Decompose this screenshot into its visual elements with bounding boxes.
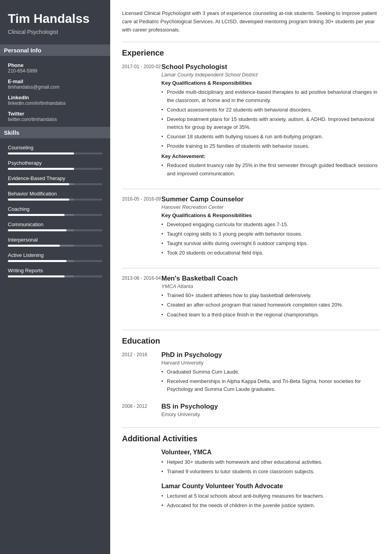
- skill-bar: [8, 152, 102, 154]
- activity-bullets: Lectured at 5 local schools about anti-b…: [161, 492, 380, 509]
- skill-name: Psychotherapy: [8, 160, 102, 166]
- job-achievement-label: Key Achievement:: [161, 153, 380, 159]
- skill-bar: [8, 199, 102, 201]
- linkedin-label: LinkedIn: [8, 95, 102, 100]
- activity-bullets: Helped 30+ students with homework and ot…: [161, 458, 380, 476]
- job-dates: 2013-06 - 2016-04: [122, 275, 161, 320]
- list-item: Received memberships in Alpha Kappa Delt…: [161, 377, 380, 393]
- activity-entry: Lamar County Volunteer Youth Advocate Le…: [122, 483, 380, 509]
- list-item: Developed engaging curricula for student…: [161, 221, 380, 229]
- job-title: Men's Basketball Coach: [161, 275, 380, 283]
- job-company: Hanover Recreation Center: [161, 204, 380, 210]
- job-details: Summer Camp Counselor Hanover Recreation…: [161, 195, 380, 259]
- list-item: Trained 9 volunteers to tutor students i…: [161, 468, 380, 476]
- list-item: Reduced student truancy rate by 25% in t…: [161, 162, 380, 177]
- twitter-contact: Twitter twitter.com/timhandalss: [8, 111, 102, 122]
- education-list: 2012 - 2016 PhD in Psychology Harvard Un…: [122, 351, 380, 420]
- email-label: E-mail: [8, 78, 102, 84]
- list-item: Counsel 18 students with bullying issues…: [161, 133, 380, 141]
- skill-name: Coaching: [8, 206, 102, 212]
- list-item: Trained 60+ student athletes how to play…: [161, 292, 380, 299]
- linkedin-value: linkedin.com/in/timhandalss: [8, 100, 102, 106]
- jobs-list: 2017-01 - 2020-02 School Psychologist La…: [122, 63, 380, 320]
- skill-bar: [8, 183, 102, 185]
- candidate-name: Tim Handalss: [8, 12, 102, 26]
- list-item: Took 20 students on educational field tr…: [161, 249, 380, 257]
- list-item: Lectured at 5 local schools about anti-b…: [161, 492, 380, 500]
- phone-value: 210-654-5999: [8, 68, 102, 74]
- list-item: Provide training to 25 families of stude…: [161, 142, 380, 150]
- list-item: Created an after-school program that rai…: [161, 301, 380, 309]
- job-bullets: Developed engaging curricula for student…: [161, 221, 380, 257]
- phone-contact: Phone 210-654-5999: [8, 62, 102, 74]
- list-item: Coached team to a third-place finish in …: [161, 311, 380, 319]
- skill-item: Interpersonal: [8, 237, 102, 247]
- email-contact: E-mail timhandalss@gmail.com: [8, 78, 102, 90]
- list-item: Advocated for the needs of children in t…: [161, 502, 380, 509]
- skill-name: Communication: [8, 221, 102, 227]
- job-company: Lamar County Independent School District: [161, 72, 380, 78]
- job-kqr-label: Key Qualifications & Responsibilities: [161, 80, 380, 86]
- list-item: Develop treatment plans for 15 students …: [161, 115, 380, 131]
- email-value: timhandalss@gmail.com: [8, 84, 102, 90]
- skill-bar: [8, 214, 102, 216]
- job-dates: 2017-01 - 2020-02: [122, 63, 161, 179]
- activity-title: Volunteer, YMCA: [161, 449, 380, 456]
- edu-dates: 2008 - 2012: [122, 403, 161, 420]
- edu-entry: 2008 - 2012 BS in Psychology Emory Unive…: [122, 403, 380, 420]
- job-details: School Psychologist Lamar County Indepen…: [161, 63, 380, 179]
- personal-info-heading: Personal Info: [0, 45, 110, 56]
- job-title: School Psychologist: [161, 63, 380, 71]
- skill-name: Writing Reports: [8, 268, 102, 273]
- edu-school: Emory University: [161, 411, 380, 417]
- summary-text: Licensed Clinical Psychologist with 3 ye…: [122, 9, 380, 34]
- skill-item: Coaching: [8, 206, 102, 216]
- edu-dates: 2012 - 2016: [122, 351, 161, 395]
- edu-bullets: Graduated Summa Cum Laude.Received membe…: [161, 368, 380, 393]
- skill-bar: [8, 245, 102, 247]
- skill-name: Interpersonal: [8, 237, 102, 243]
- skills-list: Counseling Psychotherapy Evidence-Based …: [8, 145, 102, 277]
- job-details: Men's Basketball Coach YMCA Atlanta Trai…: [161, 275, 380, 320]
- edu-details: BS in Psychology Emory University: [161, 403, 380, 420]
- skill-item: Writing Reports: [8, 268, 102, 277]
- skill-name: Behavior Modification: [8, 191, 102, 197]
- experience-heading: Experience: [122, 48, 380, 58]
- list-item: Helped 30+ students with homework and ot…: [161, 458, 380, 466]
- twitter-value: twitter.com/timhandalss: [8, 117, 102, 122]
- skill-item: Psychotherapy: [8, 160, 102, 170]
- list-item: Provide multi-disciplinary and evidence-…: [161, 88, 380, 104]
- phone-label: Phone: [8, 62, 102, 68]
- skill-bar: [8, 275, 102, 277]
- skill-bar: [8, 260, 102, 262]
- edu-school: Harvard University: [161, 360, 380, 366]
- skill-item: Counseling: [8, 145, 102, 154]
- skill-bar: [8, 229, 102, 231]
- education-heading: Education: [122, 336, 380, 346]
- list-item: Taught coping skills to 3 young people w…: [161, 230, 380, 238]
- list-item: Taught survival skills during overnight …: [161, 240, 380, 247]
- edu-entry: 2012 - 2016 PhD in Psychology Harvard Un…: [122, 351, 380, 395]
- skill-name: Evidence-Based Therapy: [8, 175, 102, 181]
- activity-entry: Volunteer, YMCA Helped 30+ students with…: [122, 449, 380, 476]
- skill-item: Evidence-Based Therapy: [8, 175, 102, 185]
- skills-heading: Skills: [0, 127, 110, 138]
- skill-name: Active Listening: [8, 252, 102, 258]
- job-entry: 2016-05 - 2016-09 Summer Camp Counselor …: [122, 195, 380, 259]
- edu-degree: PhD in Psychology: [161, 351, 380, 359]
- activity-title: Lamar County Volunteer Youth Advocate: [161, 483, 380, 490]
- job-kqr-label: Key Qualifications & Responsibilities: [161, 212, 380, 218]
- linkedin-contact: LinkedIn linkedin.com/in/timhandalss: [8, 95, 102, 106]
- sidebar: Tim Handalss Clinical Psychologist Perso…: [0, 0, 110, 554]
- job-dates: 2016-05 - 2016-09: [122, 195, 161, 259]
- skill-item: Active Listening: [8, 252, 102, 262]
- list-item: Conduct assessments for 22 students with…: [161, 106, 380, 114]
- job-title: Summer Camp Counselor: [161, 195, 380, 203]
- skill-bar: [8, 168, 102, 170]
- list-item: Graduated Summa Cum Laude.: [161, 368, 380, 376]
- edu-details: PhD in Psychology Harvard University Gra…: [161, 351, 380, 395]
- job-entry: 2017-01 - 2020-02 School Psychologist La…: [122, 63, 380, 179]
- job-company: YMCA Atlanta: [161, 283, 380, 289]
- job-bullets: Provide multi-disciplinary and evidence-…: [161, 88, 380, 150]
- skill-name: Counseling: [8, 145, 102, 151]
